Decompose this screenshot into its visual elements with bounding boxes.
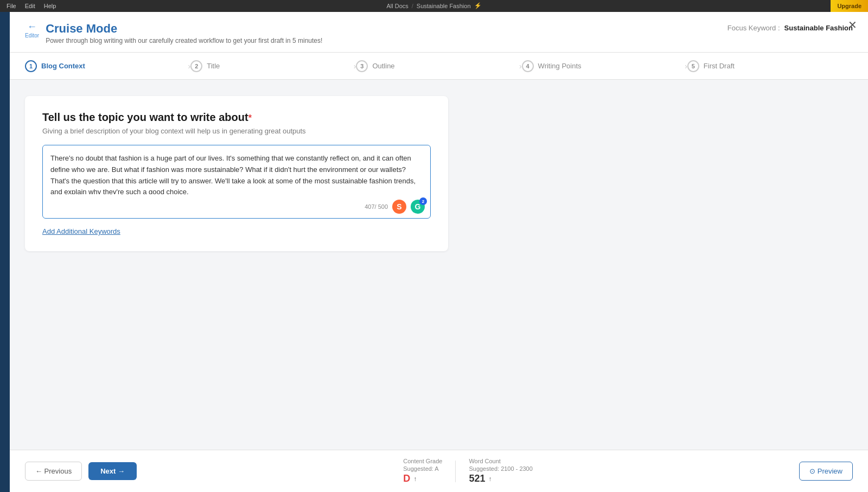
close-modal-button[interactable]: ✕ <box>848 20 857 30</box>
step-writing-points[interactable]: 4 Writing Points › <box>522 60 687 72</box>
step-blog-context[interactable]: 1 Blog Context › <box>25 60 190 72</box>
word-count-value-row: 521 ↑ <box>469 473 492 484</box>
content-grade-value: D <box>403 473 410 484</box>
textarea-footer: 407/ 500 S G 2 <box>43 196 430 218</box>
focus-keyword-label: Focus Keyword : <box>727 24 780 32</box>
menu-file[interactable]: File <box>7 3 16 9</box>
card-description: Giving a brief description of your blog … <box>42 127 431 135</box>
modal-footer: ← Previous Next → Content Grade Suggeste… <box>10 450 868 492</box>
step-title[interactable]: 2 Title › <box>190 60 356 72</box>
preview-button[interactable]: ⊙ Preview <box>799 462 853 481</box>
step-outline[interactable]: 3 Outline › <box>356 60 521 72</box>
modal-title-block: Cruise Mode Power through blog writing w… <box>46 22 322 44</box>
surfer-seo-icon[interactable]: S <box>392 200 406 214</box>
sidebar-background <box>0 12 10 492</box>
content-card: Tell us the topic you want to write abou… <box>25 96 448 251</box>
cruise-mode-modal: ← Editor Cruise Mode Power through blog … <box>10 12 868 492</box>
word-count-label: Word Count <box>469 458 501 464</box>
blog-context-textarea-wrapper: 407/ 500 S G 2 <box>42 145 431 219</box>
step-label-first-draft: First Draft <box>704 62 735 70</box>
step-first-draft[interactable]: 5 First Draft <box>687 60 853 72</box>
word-count-value: 521 <box>469 473 485 484</box>
breadcrumb-current: Sustainable Fashion <box>417 3 471 9</box>
add-additional-keywords-link[interactable]: Add Additional Keywords <box>42 227 120 235</box>
previous-button[interactable]: ← Previous <box>25 462 82 481</box>
back-label: Editor <box>25 33 39 39</box>
footer-navigation: ← Previous Next → <box>25 462 137 481</box>
modal-subtitle: Power through blog writing with our care… <box>46 37 322 44</box>
char-count: 407/ 500 <box>365 203 388 210</box>
step-number-2: 2 <box>190 60 202 72</box>
step-number-3: 3 <box>356 60 368 72</box>
content-grade-label: Content Grade <box>403 458 442 464</box>
breadcrumb-separator: / <box>412 3 413 9</box>
grammarly-icon[interactable]: G 2 <box>411 200 425 214</box>
step-number-4: 4 <box>522 60 534 72</box>
content-grade-arrow: ↑ <box>413 475 417 483</box>
step-number-5: 5 <box>687 60 699 72</box>
back-arrow-icon: ← <box>27 22 37 31</box>
required-star: * <box>248 113 252 123</box>
modal-header-right: Focus Keyword : Sustainable Fashion <box>727 24 853 32</box>
step-label-title: Title <box>207 62 220 70</box>
footer-metrics: Content Grade Suggested: A D ↑ Word Coun… <box>403 458 533 484</box>
content-grade-metric: Content Grade Suggested: A D ↑ <box>403 458 442 484</box>
blog-context-textarea[interactable] <box>43 145 430 194</box>
menu-edit[interactable]: Edit <box>25 3 35 9</box>
menu-help[interactable]: Help <box>44 3 56 9</box>
breadcrumb-alldocs[interactable]: All Docs <box>386 3 408 9</box>
word-count-arrow: ↑ <box>488 475 492 483</box>
modal-body: Tell us the topic you want to write abou… <box>10 80 868 450</box>
grammarly-badge: 2 <box>419 197 427 205</box>
breadcrumb-icon: ⚡ <box>474 2 482 9</box>
back-to-editor-button[interactable]: ← Editor <box>25 22 39 39</box>
modal-title: Cruise Mode <box>46 22 322 36</box>
word-count-metric: Word Count Suggested: 2100 - 2300 521 ↑ <box>469 458 532 484</box>
breadcrumb: All Docs / Sustainable Fashion ⚡ <box>386 2 481 9</box>
upgrade-button[interactable]: Upgrade <box>831 0 868 12</box>
focus-keyword-value: Sustainable Fashion <box>784 24 853 32</box>
content-grade-value-row: D ↑ <box>403 473 417 484</box>
content-grade-suggested: Suggested: A <box>403 465 438 472</box>
modal-header: ← Editor Cruise Mode Power through blog … <box>10 12 868 53</box>
step-label-writing-points: Writing Points <box>538 62 582 70</box>
step-number-1: 1 <box>25 60 37 72</box>
step-label-blog-context: Blog Context <box>41 62 85 70</box>
footer-divider <box>455 461 456 482</box>
step-label-outline: Outline <box>372 62 394 70</box>
next-button[interactable]: Next → <box>88 462 137 480</box>
card-title: Tell us the topic you want to write abou… <box>42 111 431 124</box>
modal-header-left: ← Editor Cruise Mode Power through blog … <box>25 22 322 44</box>
steps-bar: 1 Blog Context › 2 Title › 3 Outline › 4… <box>10 53 868 80</box>
word-count-suggested: Suggested: 2100 - 2300 <box>469 465 532 472</box>
